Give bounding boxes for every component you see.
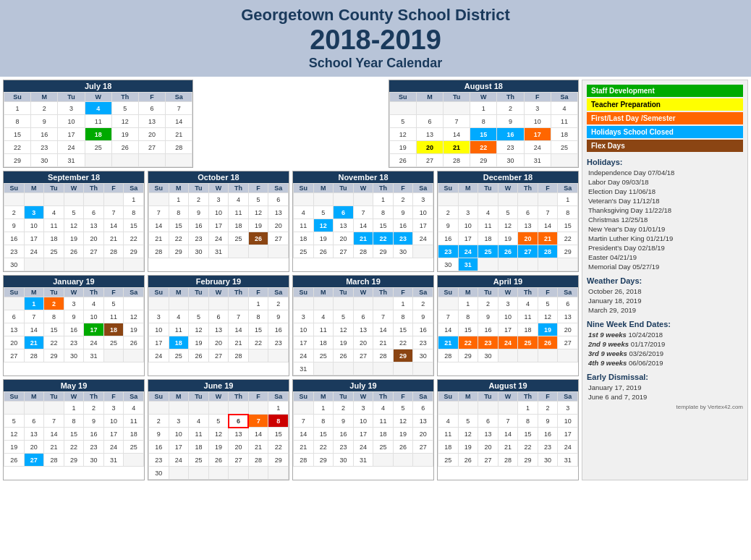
main-area: July 18 SuMTuWThFSa 1234567 891011121314… — [0, 77, 751, 483]
cal-header-sep18: September 18 — [4, 171, 144, 183]
holiday-presidents: President's Day 02/18/19 — [587, 244, 743, 252]
calendar-jul19: July 19 SuMTuWThFSa 123456 78910111213 1… — [292, 379, 434, 480]
footer-note: template by Vertex42.com — [587, 404, 743, 410]
legend-staff-dev: Staff Development — [587, 85, 743, 97]
calendar-jun19: June 19 SuMTuWThFSa 1 2345678 9101112131… — [148, 379, 289, 480]
dismissal-1: January 17, 2019 — [587, 383, 743, 391]
weather-3: March 29, 2019 — [587, 306, 743, 314]
calendar-sep18: September 18 SuMTuWThFSa 1 2345678 91011… — [3, 171, 145, 272]
calendars-area: July 18 SuMTuWThFSa 1234567 891011121314… — [3, 80, 579, 480]
cal-header-oct18: October 18 — [148, 171, 289, 183]
holiday-veteran: Veteran's Day 11/12/18 — [587, 197, 743, 205]
nineweek-4-label: 4th 9 weeks — [588, 359, 627, 367]
cal-header-mar19: March 19 — [293, 276, 433, 287]
subtitle: School Year Calendar — [0, 56, 751, 75]
legend-teacher-prep: Teacher Preparation — [587, 98, 743, 111]
calendar-oct18: October 18 SuMTuWThFSa 123456 7891011121… — [148, 171, 289, 272]
calendar-nov18: November 18 SuMTuWThFSa 123 45678910 111… — [292, 171, 434, 272]
cal-header-feb19: February 19 — [148, 276, 289, 287]
nineweek-3-date: 03/26/2019 — [629, 349, 664, 357]
weather-2: January 18, 2019 — [587, 297, 743, 305]
calendar-jan19: January 19 SuMTuWThFSa 12345 6789101112 … — [3, 275, 145, 376]
cal-header-july18: July 18 — [4, 80, 192, 92]
nineweek-1-date: 10/24/2018 — [628, 331, 663, 339]
holiday-newyear: New Year's Day 01/01/19 — [587, 225, 743, 233]
legend-flex: Flex Days — [587, 140, 743, 152]
calendar-feb19: February 19 SuMTuWThFSa 12 3456789 10111… — [148, 275, 289, 376]
weather-title: Weather Days: — [587, 276, 743, 285]
page: Georgetown County School District 2018-2… — [0, 0, 751, 483]
calendar-apr19: April 19 SuMTuWThFSa 123456 78910111213 … — [437, 275, 579, 376]
weather-1: October 26, 2018 — [587, 287, 743, 295]
header: Georgetown County School District 2018-2… — [0, 0, 751, 77]
holidays-title: Holidays: — [587, 158, 743, 166]
year-title: 2018-2019 — [0, 25, 751, 56]
nineweek-3: 3rd 9 weeks 03/26/2019 — [587, 349, 743, 357]
nineweek-2-date: 01/17/2019 — [631, 340, 666, 348]
nineweek-3-label: 3rd 9 weeks — [588, 349, 627, 357]
cal-row-3: January 19 SuMTuWThFSa 12345 6789101112 … — [3, 275, 579, 376]
dismissal-title: Early Dismissal: — [587, 373, 743, 381]
calendar-aug19: August 19 SuMTuWThFSa 123 45678910 11121… — [437, 379, 579, 480]
cal-header-dec18: December 18 — [438, 171, 578, 183]
cal-header-jun19: June 19 — [148, 380, 289, 391]
sidebar: Staff Development Teacher Preparation Fi… — [582, 80, 748, 480]
cal-header-aug19: August 19 — [438, 380, 578, 391]
cal-header-jul19: July 19 — [293, 380, 433, 391]
nineweek-1-label: 1st 9 weeks — [588, 331, 627, 339]
cal-header-aug18: August 18 — [389, 80, 578, 92]
calendar-july18: July 18 SuMTuWThFSa 1234567 891011121314… — [3, 80, 193, 168]
cal-row-2: September 18 SuMTuWThFSa 1 2345678 91011… — [3, 171, 579, 272]
cal-header-may19: May 19 — [4, 380, 144, 391]
holiday-labor: Labor Day 09/03/18 — [587, 178, 743, 186]
nineweek-title: Nine Week End Dates: — [587, 320, 743, 328]
nineweek-4-date: 06/06/2019 — [629, 359, 663, 367]
holiday-independence: Independence Day 07/04/18 — [587, 169, 743, 177]
cal-header-jan19: January 19 — [4, 276, 144, 287]
holiday-christmas: Christmas 12/25/18 — [587, 216, 743, 224]
holiday-memorial: Memorial Day 05/27/19 — [587, 263, 743, 271]
cal-row-1: July 18 SuMTuWThFSa 1234567 891011121314… — [3, 80, 579, 168]
holiday-easter: Easter 04/21/19 — [587, 253, 743, 261]
legend-holidays: Holidays School Closed — [587, 126, 743, 138]
cal-row-4: May 19 SuMTuWThFSa 1234 567891011 121314… — [3, 379, 579, 480]
calendar-dec18: December 18 SuMTuWThFSa 1 2345678 910111… — [437, 171, 579, 272]
cal-header-nov18: November 18 — [293, 171, 433, 183]
calendar-mar19: March 19 SuMTuWThFSa 12 3456789 10111213… — [292, 275, 434, 376]
legend-first-last: First/Last Day /Semester — [587, 112, 743, 124]
nineweek-2: 2nd 9 weeks 01/17/2019 — [587, 340, 743, 348]
dismissal-2: June 6 and 7, 2019 — [587, 393, 743, 401]
nineweek-2-label: 2nd 9 weeks — [588, 340, 629, 348]
calendar-may19: May 19 SuMTuWThFSa 1234 567891011 121314… — [3, 379, 145, 480]
holiday-election: Election Day 11/06/18 — [587, 187, 743, 195]
calendar-aug18: August 18 SuMTuWThFSa 1234 567891011 121… — [389, 80, 579, 168]
holiday-mlk: Martin Luther King 01/21/19 — [587, 234, 743, 242]
nineweek-1: 1st 9 weeks 10/24/2018 — [587, 331, 743, 339]
cal-header-apr19: April 19 — [438, 276, 578, 287]
holiday-thanksgiving: Thanksgiving Day 11/22/18 — [587, 206, 743, 214]
nineweek-4: 4th 9 weeks 06/06/2019 — [587, 359, 743, 367]
district-title: Georgetown County School District — [0, 6, 751, 25]
